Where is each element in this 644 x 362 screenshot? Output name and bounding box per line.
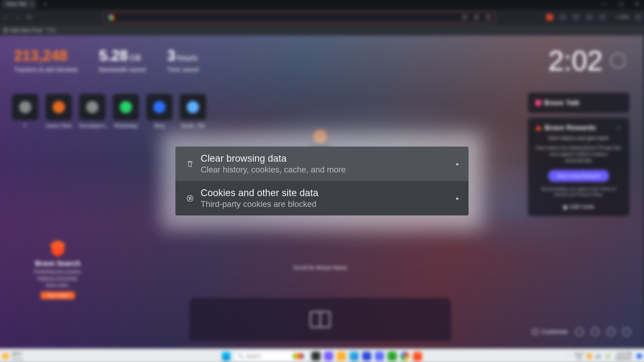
clock-widget: 2:02 xyxy=(548,44,626,77)
battery-icon[interactable]: 🔋 xyxy=(605,353,611,359)
brave-search-promo: Brave Search Protecting your privacy. Fi… xyxy=(22,240,93,299)
brave-rewards-title: Brave Rewards xyxy=(545,124,596,132)
stat-trackers-label: Trackers & ads blocked xyxy=(14,66,77,73)
taskbar-app-brave[interactable] xyxy=(413,352,422,361)
bookmark-item[interactable]: Add New Post · T-D… xyxy=(3,27,59,33)
edit-icon: ▦ xyxy=(563,204,568,210)
window-close-button[interactable]: ✕ xyxy=(635,1,639,7)
trash-icon xyxy=(185,160,195,168)
chevron-right-icon: ▸ xyxy=(456,161,459,167)
taskbar-datetime[interactable]: 2:02 PM 6/8/2023 xyxy=(616,351,631,361)
wifi-icon[interactable]: 📶 xyxy=(587,353,592,359)
svg-point-1 xyxy=(189,197,189,198)
try-brave-search-button[interactable]: Try it now! xyxy=(41,292,75,299)
taskbar-time: 2:02 PM xyxy=(616,351,631,356)
address-bar[interactable] xyxy=(104,12,495,23)
top-site[interactable]: T xyxy=(12,94,38,129)
extensions-icon[interactable] xyxy=(573,14,579,20)
wallet-icon[interactable] xyxy=(560,14,566,20)
back-button[interactable]: ← xyxy=(2,13,9,21)
rewards-icon[interactable] xyxy=(486,14,491,20)
clear-browsing-data-row[interactable]: Clear browsing data Clear history, cooki… xyxy=(176,147,469,181)
clock-time: 2:02 xyxy=(548,44,603,77)
brave-search-title: Brave Search xyxy=(22,259,93,267)
taskbar-app[interactable] xyxy=(337,352,346,361)
sidebar-icon[interactable] xyxy=(586,14,593,20)
taskbar-app[interactable] xyxy=(349,352,358,361)
top-site[interactable]: Bing xyxy=(146,94,173,129)
top-sites: T Game Rant Developers… WhatsApp Bing So… xyxy=(12,94,206,129)
vpn-button[interactable]: + VPN xyxy=(615,15,628,20)
hide-card-button[interactable]: — xyxy=(616,124,622,131)
stat-time: 3hours Time saved xyxy=(167,47,198,73)
taskbar-app[interactable] xyxy=(311,352,320,361)
taskbar-weather[interactable]: 83°F Sunny xyxy=(2,351,23,361)
quick-icon[interactable] xyxy=(607,328,615,336)
svg-point-3 xyxy=(191,199,192,199)
taskbar-center: 🔍 Search xyxy=(222,351,422,361)
top-site[interactable]: Game Rant xyxy=(46,94,72,129)
tray-chevron-icon[interactable]: ˄ xyxy=(568,353,570,359)
cookies-settings-title: Cookies and other site data xyxy=(201,188,451,198)
taskbar-app[interactable] xyxy=(375,352,384,361)
right-widgets: Brave Talk Brave Rewards— Earn tokens an… xyxy=(528,93,629,216)
start-button[interactable] xyxy=(222,352,230,360)
top-site-label: South_Tile xyxy=(180,123,206,129)
quick-icon[interactable] xyxy=(575,328,583,336)
window-maximize-button[interactable]: ▢ xyxy=(619,1,624,7)
browser-menu-button[interactable] xyxy=(635,14,641,20)
privacy-settings-section: Clear browsing data Clear history, cooki… xyxy=(176,147,469,215)
browser-tab-active[interactable]: New Tab ✕ xyxy=(1,0,36,9)
taskbar-app[interactable] xyxy=(324,352,333,361)
top-site-label: Game Rant xyxy=(46,123,72,129)
taskbar-app[interactable] xyxy=(362,352,371,361)
weather-desc: Sunny xyxy=(12,357,23,361)
edit-cards-label: Edit Cards xyxy=(571,204,594,210)
brave-rewards-fineprint: By proceeding, you agree to the Terms of… xyxy=(535,186,622,197)
taskbar-search[interactable]: 🔍 Search xyxy=(234,351,308,361)
promo-line: Since 2021. xyxy=(22,283,93,288)
top-site[interactable]: WhatsApp xyxy=(113,94,139,129)
top-site-label: Bing xyxy=(146,123,173,129)
rewards-icon xyxy=(535,125,541,130)
customize-button[interactable]: Customize xyxy=(532,329,568,335)
tray-region: US xyxy=(575,356,583,360)
new-tab-button[interactable]: ＋ xyxy=(42,0,48,8)
bookmark-icon[interactable] xyxy=(462,14,468,20)
cookies-settings-row[interactable]: Cookies and other site data Third-party … xyxy=(176,181,469,215)
brave-talk-card[interactable]: Brave Talk xyxy=(528,93,629,113)
top-site[interactable]: Developers… xyxy=(79,94,105,129)
taskbar-app-chrome[interactable] xyxy=(400,352,409,361)
book-icon xyxy=(310,311,330,328)
chevron-right-icon: ▸ xyxy=(456,195,459,202)
top-site-label: T xyxy=(12,123,38,129)
notifications-icon[interactable] xyxy=(636,353,642,359)
start-rewards-button[interactable]: Start using Rewards xyxy=(548,170,609,182)
stat-time-value: 3 xyxy=(167,47,176,64)
forward-button[interactable]: → xyxy=(15,13,21,21)
quick-icon[interactable] xyxy=(591,328,599,336)
quick-icon[interactable] xyxy=(623,328,631,336)
bookmark-label: Add New Post · T-D… xyxy=(10,27,60,33)
shields-icon[interactable] xyxy=(474,14,479,20)
brave-rewards-desc: Earn tokens by viewing Brave Private Ads… xyxy=(535,145,622,164)
top-site[interactable]: South_Tile xyxy=(180,94,206,129)
reload-button[interactable]: ⟳ xyxy=(27,13,32,21)
window-minimize-button[interactable]: — xyxy=(602,1,607,7)
close-tab-icon[interactable]: ✕ xyxy=(30,2,33,6)
stat-time-unit: hours xyxy=(177,53,197,62)
brave-news-panel[interactable] xyxy=(189,298,451,341)
privacy-stats: 213,248 Trackers & ads blocked 5.28GB Ba… xyxy=(14,47,198,73)
svg-point-4 xyxy=(189,199,190,200)
edit-cards-button[interactable]: ▦Edit Cards xyxy=(535,204,622,210)
voice-search-icon[interactable] xyxy=(293,353,304,359)
reader-icon[interactable] xyxy=(599,14,606,20)
stat-trackers: 213,248 Trackers & ads blocked xyxy=(14,47,77,73)
promo-line: Fighting censorship. xyxy=(22,276,93,281)
tray-lang[interactable]: ENG xyxy=(575,352,583,356)
clock-badge-icon[interactable] xyxy=(610,53,626,68)
taskbar-app[interactable] xyxy=(388,352,397,361)
extension-icon[interactable] xyxy=(546,14,553,20)
stat-bandwidth-label: Bandwidth saved xyxy=(99,66,146,73)
volume-icon[interactable]: 🔊 xyxy=(596,353,601,359)
